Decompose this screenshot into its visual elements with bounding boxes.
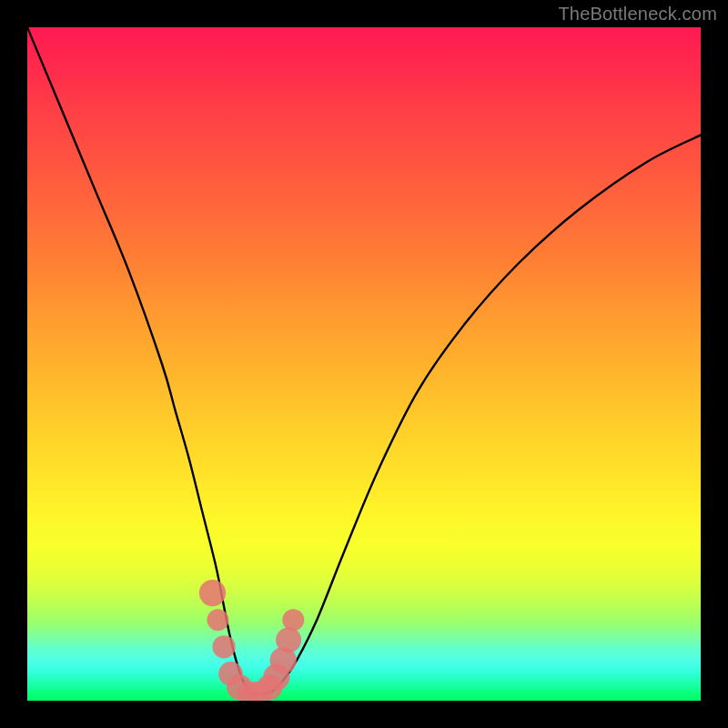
plot-area <box>27 27 701 701</box>
data-marker <box>199 580 226 606</box>
bottleneck-curve <box>27 27 701 694</box>
chart-frame: TheBottleneck.com <box>0 0 728 728</box>
curve-layer <box>27 27 701 701</box>
data-marker <box>207 609 228 631</box>
data-marker <box>276 627 301 652</box>
watermark-text: TheBottleneck.com <box>558 4 717 25</box>
data-marker <box>282 609 304 631</box>
data-markers <box>199 580 304 701</box>
data-marker <box>212 635 235 658</box>
